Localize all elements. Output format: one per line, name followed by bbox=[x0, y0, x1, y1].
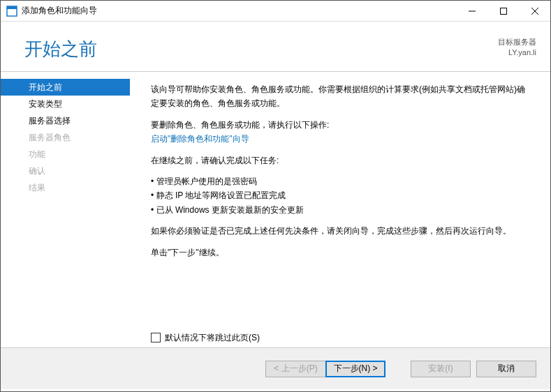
svg-rect-1 bbox=[7, 6, 17, 9]
maximize-button[interactable] bbox=[487, 1, 519, 22]
sidebar-item-server-roles: 服务器角色 bbox=[1, 129, 130, 146]
cancel-button[interactable]: 取消 bbox=[476, 361, 536, 377]
window-title: 添加角色和功能向导 bbox=[22, 5, 456, 17]
sidebar-item-confirmation: 确认 bbox=[1, 163, 130, 179]
sidebar-item-results: 结果 bbox=[1, 179, 130, 196]
continue-text: 单击"下一步"继续。 bbox=[151, 246, 528, 259]
remove-roles-label: 要删除角色、角色服务或功能，请执行以下操作: bbox=[151, 118, 528, 132]
list-item: 静态 IP 地址等网络设置已配置完成 bbox=[151, 188, 528, 202]
sidebar-item-installation-type[interactable]: 安装类型 bbox=[1, 96, 130, 112]
skip-page-row: 默认情况下将跳过此页(S) bbox=[151, 331, 260, 345]
list-item: 管理员帐户使用的是强密码 bbox=[151, 174, 528, 188]
target-label: 目标服务器 bbox=[498, 37, 536, 47]
before-continue-label: 在继续之前，请确认完成以下任务: bbox=[151, 153, 528, 167]
skip-page-label: 默认情况下将跳过此页(S) bbox=[165, 331, 260, 345]
svg-rect-3 bbox=[500, 8, 506, 14]
sidebar-item-before-you-begin[interactable]: 开始之前 bbox=[1, 79, 130, 96]
content-panel: 该向导可帮助你安装角色、角色服务或功能。你需要根据组织的计算要求(例如共享文档或… bbox=[130, 72, 550, 347]
main-area: 开始之前 安装类型 服务器选择 服务器角色 功能 确认 结果 该向导可帮助你安装… bbox=[1, 72, 550, 347]
page-title: 开始之前 bbox=[24, 37, 97, 61]
next-button[interactable]: 下一步(N) > bbox=[325, 361, 385, 377]
header: 开始之前 目标服务器 LY.yan.li bbox=[1, 22, 550, 72]
sidebar-item-server-selection[interactable]: 服务器选择 bbox=[1, 112, 130, 129]
nav-button-group: < 上一步(P) 下一步(N) > bbox=[265, 361, 385, 377]
target-server-info: 目标服务器 LY.yan.li bbox=[498, 37, 536, 59]
remove-roles-link[interactable]: 启动"删除角色和功能"向导 bbox=[151, 134, 249, 144]
close-button[interactable] bbox=[519, 1, 550, 22]
minimize-button[interactable] bbox=[456, 1, 487, 22]
sidebar-item-features: 功能 bbox=[1, 146, 130, 163]
intro-text: 该向导可帮助你安装角色、角色服务或功能。你需要根据组织的计算要求(例如共享文档或… bbox=[151, 82, 528, 111]
skip-page-checkbox[interactable] bbox=[151, 333, 161, 342]
install-button: 安装(I) bbox=[411, 361, 471, 377]
wizard-steps-sidebar: 开始之前 安装类型 服务器选择 服务器角色 功能 确认 结果 bbox=[1, 72, 130, 347]
previous-button: < 上一步(P) bbox=[265, 361, 325, 377]
titlebar: 添加角色和功能向导 bbox=[1, 1, 550, 22]
verify-text: 如果你必须验证是否已完成上述任何先决条件，请关闭向导，完成这些步骤，然后再次运行… bbox=[151, 224, 528, 238]
list-item: 已从 Windows 更新安装最新的安全更新 bbox=[151, 203, 528, 217]
target-value: LY.yan.li bbox=[498, 47, 536, 58]
footer-buttons: < 上一步(P) 下一步(N) > 安装(I) 取消 bbox=[1, 347, 550, 389]
app-icon bbox=[6, 6, 17, 17]
prerequisite-list: 管理员帐户使用的是强密码 静态 IP 地址等网络设置已配置完成 已从 Windo… bbox=[151, 174, 528, 217]
